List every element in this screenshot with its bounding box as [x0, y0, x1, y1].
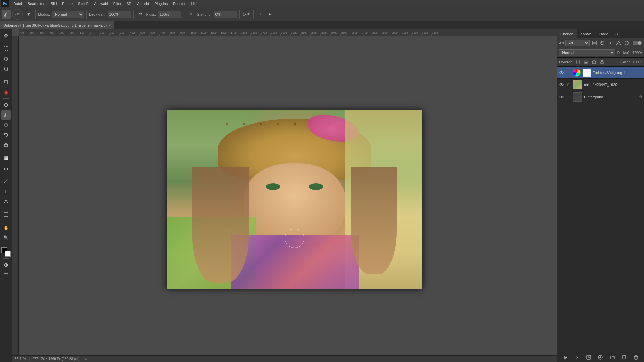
tool-separator [3, 208, 9, 208]
crop-tool[interactable] [1, 77, 11, 86]
canvas-image[interactable] [167, 110, 422, 289]
menu-fenster[interactable]: Fenster [170, 1, 188, 6]
layer-item-photo[interactable]: child-1423447_1920 [557, 79, 644, 91]
menu-datei[interactable]: Datei [11, 1, 25, 6]
new-fill-layer-button[interactable] [597, 354, 604, 361]
filter-pixel-icon[interactable] [591, 40, 598, 46]
glattung-input[interactable] [214, 11, 237, 18]
menu-ansicht[interactable]: Ansicht [134, 1, 152, 6]
pressure-button[interactable]: ⟟ [256, 10, 265, 19]
delete-layer-button[interactable] [633, 354, 639, 361]
svg-text:2100: 2100 [301, 31, 307, 34]
airbrush-button[interactable]: ✿ [136, 10, 145, 19]
tab-kanaele[interactable]: Kanäle [577, 29, 595, 38]
history-tool[interactable] [1, 130, 11, 140]
menu-ebene[interactable]: Ebene [59, 1, 75, 6]
zoom-tool-left[interactable]: 🔍 [1, 233, 11, 242]
filter-smart-icon[interactable] [623, 40, 630, 46]
screen-mode-tool[interactable] [1, 270, 11, 280]
layers-footer: fx [557, 352, 644, 362]
logo-text: Ps [3, 2, 7, 5]
layer-filter-select[interactable]: Art Name Effekt [565, 40, 590, 46]
layer-item-background[interactable]: Hintergrund [557, 91, 644, 103]
svg-text:100: 100 [80, 31, 85, 34]
symmetry-button[interactable]: ⇔ [266, 10, 275, 19]
svg-text:2400: 2400 [331, 31, 337, 34]
quick-mask-tool[interactable] [1, 260, 11, 270]
deckkraft-input[interactable] [108, 11, 131, 18]
pen-tool[interactable] [1, 177, 11, 186]
canvas-container[interactable] [19, 36, 557, 355]
add-mask-button[interactable] [585, 354, 592, 361]
layer-thumb-3 [573, 92, 582, 102]
close-tab-button[interactable]: × [109, 23, 111, 27]
menu-3d[interactable]: 3D [124, 1, 134, 6]
lock-transparent-button[interactable] [575, 59, 581, 65]
svg-text:1300: 1300 [221, 31, 227, 34]
lock-image-button[interactable] [583, 59, 589, 65]
main-layout: ✥ 🩸 [0, 29, 644, 362]
clone-tool[interactable] [1, 120, 11, 130]
fluss-input[interactable] [158, 11, 181, 18]
background-color[interactable] [5, 251, 11, 257]
menu-hilfe[interactable]: Hilfe [188, 1, 201, 6]
svg-rect-117 [623, 356, 625, 359]
eraser-tool[interactable] [1, 140, 11, 150]
menu-plugins[interactable]: Plug-ins [152, 1, 170, 6]
tool-separator [3, 98, 9, 99]
statusbar: 36,41% | 2771 Px × 1869 Px (182,88 ppi) … [12, 355, 557, 362]
new-layer-button[interactable] [621, 354, 628, 361]
tab-pfade[interactable]: Pfade [595, 29, 612, 38]
deckkraft-label-panel: Deckraft: [617, 51, 631, 55]
lasso-tool[interactable] [1, 54, 11, 63]
eyedropper-tool[interactable]: 🩸 [1, 87, 11, 97]
shape-tool[interactable] [1, 210, 11, 219]
gradient-tool[interactable] [1, 154, 11, 163]
move-tool[interactable]: ✥ [1, 31, 11, 40]
layer-visibility-2[interactable] [559, 82, 564, 87]
color-selector[interactable] [1, 247, 11, 257]
menu-auswahl[interactable]: Auswahl [91, 1, 111, 6]
lock-all-button[interactable] [599, 59, 605, 65]
left-eye [266, 183, 280, 190]
layer-item-hue[interactable]: Farbton/Sättigung 1 [557, 67, 644, 79]
photo-canvas[interactable] [167, 110, 422, 289]
svg-rect-6 [5, 113, 6, 116]
svg-point-107 [561, 72, 562, 73]
layer-visibility-3[interactable] [559, 95, 564, 99]
filter-shape-icon[interactable] [615, 40, 622, 46]
angle-button[interactable]: ◎ 0° [242, 10, 251, 19]
hand-tool[interactable]: ✋ [1, 223, 11, 232]
link-layers-button[interactable] [562, 354, 569, 361]
mode-select[interactable]: Normal Multiplizieren Abwedeln [52, 11, 84, 18]
lock-artboard-button[interactable] [591, 59, 597, 65]
quick-select-tool[interactable] [1, 64, 11, 73]
filter-type-icon[interactable]: T [607, 40, 614, 46]
path-selection-tool[interactable] [1, 197, 11, 206]
healing-tool[interactable] [1, 100, 11, 110]
menu-schrift[interactable]: Schrift [75, 1, 91, 6]
filter-toggle[interactable] [633, 41, 642, 45]
document-tab[interactable]: Unbenannt-1 bei 36,4% (Farbton/Sättigung… [0, 21, 114, 29]
marquee-tool[interactable] [1, 44, 11, 53]
layer-blending-mode[interactable]: Normal Multiplizieren Abwedeln Aufhellen [559, 49, 615, 56]
fluss-label: Fluss: [146, 12, 156, 16]
brush-tool-left[interactable] [1, 110, 11, 120]
menu-bearbeiten[interactable]: Bearbeiten [25, 1, 48, 6]
dodge-tool[interactable] [1, 164, 11, 173]
menu-bild[interactable]: Bild [48, 1, 59, 6]
layer-visibility-1[interactable] [559, 70, 564, 75]
text-tool[interactable]: T [1, 187, 11, 196]
svg-text:800: 800 [170, 31, 175, 34]
add-layer-style-button[interactable]: fx [574, 354, 580, 361]
svg-text:3300: 3300 [422, 31, 428, 34]
menu-filter[interactable]: Filter [111, 1, 124, 6]
smoothing-icon[interactable]: ⚙ [186, 10, 195, 19]
tab-3d[interactable]: 3D [612, 29, 624, 38]
new-group-button[interactable] [609, 354, 616, 361]
brush-size-button[interactable]: 219 [12, 9, 23, 20]
tab-ebenen[interactable]: Ebenen [557, 29, 577, 38]
brush-tool-button[interactable] [2, 10, 11, 19]
filter-adjustment-icon[interactable] [599, 40, 606, 46]
brush-type-button[interactable]: ▼ [24, 10, 33, 19]
